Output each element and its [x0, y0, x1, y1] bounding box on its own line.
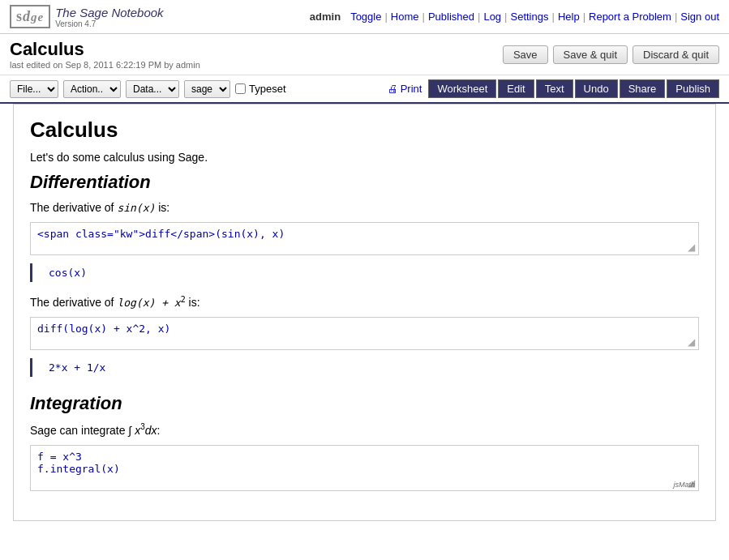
integration-intro: Sage can integrate ∫ x3dx:: [30, 422, 699, 437]
language-dropdown[interactable]: sage: [184, 80, 230, 98]
output-text-2: 2*x + 1/x: [49, 361, 105, 374]
publish-button[interactable]: Publish: [667, 79, 719, 98]
resize-handle-2: ◢: [688, 336, 695, 348]
save-button[interactable]: Save: [503, 45, 548, 64]
typeset-checkbox[interactable]: [235, 83, 246, 94]
nav-home[interactable]: Home: [391, 11, 419, 23]
app-name-block: The Sage Notebook Version 4.7: [55, 6, 163, 28]
printer-icon: 🖨: [388, 83, 398, 95]
nav-help[interactable]: Help: [558, 11, 580, 23]
toolbar-right: 🖨 Print Worksheet Edit Text Undo Share P…: [388, 79, 719, 98]
nav-toggle[interactable]: Toggle: [350, 11, 381, 23]
differentiation-heading: Differentiation: [30, 172, 699, 193]
action-dropdown[interactable]: Action..: [63, 80, 121, 98]
text-button[interactable]: Text: [536, 79, 573, 98]
diff-intro-2: The derivative of log(x) + x2 is:: [30, 295, 699, 309]
title-buttons: Save Save & quit Discard & quit: [503, 45, 719, 64]
undo-button[interactable]: Undo: [575, 79, 618, 98]
output-text-1: cos(x): [49, 267, 87, 279]
nav-report[interactable]: Report a Problem: [589, 11, 671, 23]
output-2: 2*x + 1/x: [30, 358, 699, 377]
logo-area: sdge The Sage Notebook Version 4.7: [10, 5, 164, 28]
code-cell-1: <span class="kw">diff</span>(sin(x), x) …: [30, 222, 699, 255]
intro-text: Let's do some calculus using Sage.: [30, 151, 699, 164]
discard-quit-button[interactable]: Discard & quit: [633, 45, 719, 64]
nav-log[interactable]: Log: [483, 11, 501, 23]
code-input-2[interactable]: diff(log(x) + x^2, x): [31, 318, 698, 347]
save-quit-button[interactable]: Save & quit: [553, 45, 628, 64]
data-dropdown[interactable]: Data...: [126, 80, 179, 98]
worksheet-title: Calculus: [10, 39, 200, 60]
app-name: The Sage Notebook: [55, 6, 163, 19]
math-logx: log(x) + x2: [117, 297, 185, 309]
integration-section: Integration Sage can integrate ∫ x3dx: f…: [30, 393, 699, 491]
resize-handle-1: ◢: [688, 242, 695, 253]
content-area: Calculus Let's do some calculus using Sa…: [13, 104, 716, 521]
print-link[interactable]: 🖨 Print: [388, 83, 422, 95]
output-1: cos(x): [30, 263, 699, 282]
nav-signout[interactable]: Sign out: [680, 11, 719, 23]
last-edited: last edited on Sep 8, 2011 6:22:19 PM by…: [10, 60, 200, 70]
jsmath-badge: jsMath: [673, 481, 695, 489]
print-label: Print: [401, 83, 422, 95]
integration-heading: Integration: [30, 393, 699, 414]
differentiation-section: Differentiation The derivative of sin(x)…: [30, 172, 699, 377]
code-input-3[interactable]: f = x^3 f.integral(x): [31, 446, 698, 488]
toolbar: File... Action.. Data... sage Typeset 🖨 …: [0, 75, 729, 104]
code-cell-3: f = x^3 f.integral(x) ◢ jsMath: [30, 445, 699, 491]
app-header: sdge The Sage Notebook Version 4.7 admin…: [0, 0, 729, 34]
nav-published[interactable]: Published: [428, 11, 474, 23]
doc-title: Calculus: [30, 118, 699, 143]
typeset-text: Typeset: [249, 83, 286, 95]
code-input-1[interactable]: <span class="kw">diff</span>(sin(x), x): [31, 223, 698, 252]
title-area: Calculus last edited on Sep 8, 2011 6:22…: [10, 39, 200, 70]
diff-intro-1: The derivative of sin(x) is:: [30, 201, 699, 214]
code-cell-2: diff(log(x) + x^2, x) ◢: [30, 317, 699, 350]
share-button[interactable]: Share: [620, 79, 666, 98]
admin-label: admin: [310, 11, 341, 23]
worksheet-button[interactable]: Worksheet: [428, 79, 496, 98]
logo-icon: sdge: [10, 5, 50, 28]
title-bar: Calculus last edited on Sep 8, 2011 6:22…: [0, 34, 729, 75]
file-dropdown[interactable]: File...: [10, 80, 58, 98]
math-sinx: sin(x): [117, 202, 155, 214]
version-label: Version 4.7: [55, 19, 163, 28]
edit-button[interactable]: Edit: [498, 79, 534, 98]
nav-links: admin Toggle | Home | Published | Log | …: [310, 11, 719, 23]
nav-settings[interactable]: Settings: [511, 11, 549, 23]
typeset-label[interactable]: Typeset: [235, 83, 286, 95]
app-name-text: The Sage Notebook: [55, 6, 163, 19]
